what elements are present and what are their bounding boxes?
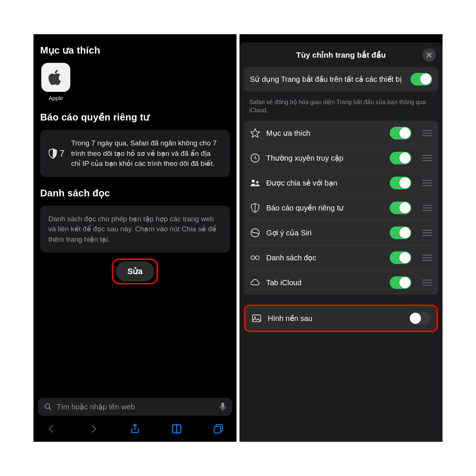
- row-background-image[interactable]: Hình nền sau: [245, 306, 437, 331]
- svg-rect-3: [214, 427, 221, 433]
- row-label: Gợi ý của Siri: [266, 228, 384, 238]
- background-toggle[interactable]: [409, 312, 431, 325]
- close-button[interactable]: [422, 48, 436, 62]
- row-label: Mục ưa thích: [266, 128, 384, 138]
- sync-footer: Safari sẽ đồng bộ hóa giao diện Trang bắ…: [244, 95, 438, 121]
- search-icon: [44, 403, 52, 411]
- favorite-apple[interactable]: Apple: [40, 63, 71, 101]
- reading-heading: Danh sách đọc: [40, 187, 230, 199]
- row-label: Thường xuyên truy cập: [266, 153, 384, 163]
- sync-label: Sử dụng Trang bắt đầu trên tất cả các th…: [250, 74, 405, 84]
- favorite-label: Apple: [49, 95, 63, 101]
- toggle[interactable]: [390, 276, 411, 289]
- sheet-title: Tùy chỉnh trang bắt đầu: [296, 51, 386, 60]
- row-reading-list[interactable]: Danh sách đọc: [244, 245, 438, 270]
- drag-handle-icon[interactable]: [422, 230, 432, 236]
- favorites-heading: Mục ưa thích: [40, 45, 230, 56]
- bottom-toolbar: [33, 419, 237, 442]
- back-icon[interactable]: [46, 423, 57, 434]
- siri-icon: [250, 228, 260, 238]
- svg-point-11: [255, 256, 259, 260]
- search-placeholder: Tìm hoặc nhập tên web: [57, 402, 215, 411]
- row-label: Báo cáo quyền riêng tư: [266, 203, 384, 213]
- star-icon: [250, 128, 260, 138]
- row-label: Danh sách đọc: [266, 253, 384, 263]
- people-icon: [250, 178, 260, 188]
- favorite-tile[interactable]: [41, 63, 70, 92]
- sync-row[interactable]: Sử dụng Trang bắt đầu trên tất cả các th…: [244, 67, 438, 91]
- toggle[interactable]: [390, 152, 411, 164]
- drag-handle-icon[interactable]: [422, 280, 432, 286]
- glasses-icon: [250, 253, 260, 263]
- toggle[interactable]: [390, 226, 411, 239]
- toggle[interactable]: [390, 202, 411, 214]
- apple-logo-icon: [48, 68, 64, 87]
- privacy-description: Trong 7 ngày qua, Safari đã ngăn không c…: [71, 138, 222, 169]
- reading-card: Danh sách đọc cho phép bạn tập hợp các t…: [40, 206, 230, 253]
- clock-icon: [250, 153, 260, 163]
- background-highlight: Hình nền sau: [244, 305, 438, 332]
- row-siri-suggestions[interactable]: Gợi ý của Siri: [244, 221, 438, 245]
- cloud-icon: [250, 277, 260, 288]
- background-label: Hình nền sau: [268, 313, 403, 323]
- shield-icon: [250, 203, 260, 213]
- row-frequently-visited[interactable]: Thường xuyên truy cập: [244, 146, 438, 171]
- bookmarks-icon[interactable]: [171, 423, 182, 434]
- share-icon[interactable]: [129, 423, 141, 434]
- edit-highlight: Sửa: [112, 258, 158, 284]
- svg-rect-2: [221, 403, 224, 408]
- drag-handle-icon[interactable]: [422, 180, 432, 186]
- shield-icon: [48, 148, 57, 159]
- row-label: Được chia sẻ với bạn: [266, 178, 384, 188]
- search-bar[interactable]: Tìm hoặc nhập tên web: [38, 398, 232, 416]
- drag-handle-icon[interactable]: [422, 130, 432, 136]
- svg-rect-12: [253, 315, 261, 322]
- svg-point-13: [254, 316, 256, 318]
- toggle[interactable]: [390, 251, 411, 264]
- drag-handle-icon[interactable]: [422, 205, 432, 211]
- svg-point-7: [252, 180, 255, 183]
- tracker-count: 7: [60, 148, 64, 159]
- svg-point-10: [251, 256, 255, 260]
- safari-start-page: Mục ưa thích Apple Báo cáo quyền riêng t…: [33, 34, 237, 442]
- privacy-card[interactable]: 7 Trong 7 ngày qua, Safari đã ngăn không…: [40, 130, 230, 177]
- privacy-heading: Báo cáo quyền riêng tư: [40, 112, 230, 123]
- row-label: Tab iCloud: [266, 278, 384, 287]
- row-icloud-tabs[interactable]: Tab iCloud: [244, 270, 438, 295]
- row-favorites[interactable]: Mục ưa thích: [244, 121, 438, 146]
- row-shared-with-you[interactable]: Được chia sẻ với bạn: [244, 171, 438, 196]
- picture-icon: [251, 313, 262, 324]
- svg-point-8: [256, 181, 258, 183]
- svg-line-1: [49, 408, 51, 410]
- customize-start-page-sheet: Tùy chỉnh trang bắt đầu Sử dụng Trang bắ…: [239, 34, 443, 442]
- toggle[interactable]: [390, 127, 411, 139]
- drag-handle-icon[interactable]: [422, 255, 432, 261]
- reading-description: Danh sách đọc cho phép bạn tập hợp các t…: [48, 214, 222, 245]
- row-privacy-report[interactable]: Báo cáo quyền riêng tư: [244, 196, 438, 221]
- toggle[interactable]: [390, 177, 411, 189]
- close-icon: [426, 52, 432, 58]
- mic-icon[interactable]: [219, 402, 226, 411]
- drag-handle-icon[interactable]: [422, 155, 432, 161]
- edit-button[interactable]: Sửa: [116, 261, 155, 282]
- forward-icon[interactable]: [88, 423, 99, 434]
- tabs-icon[interactable]: [213, 423, 224, 434]
- sync-toggle[interactable]: [411, 73, 432, 86]
